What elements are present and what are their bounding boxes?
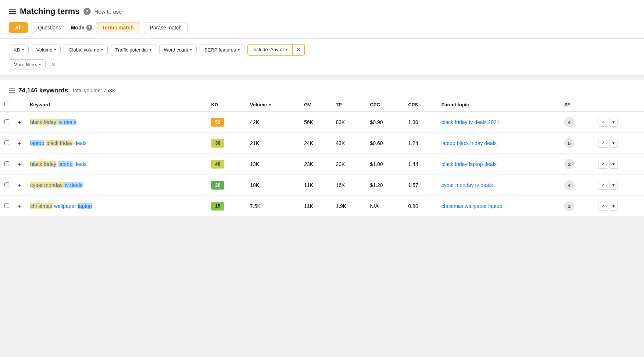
- sf-badge: 4: [564, 117, 575, 127]
- how-to-use-link[interactable]: How to use: [94, 8, 122, 15]
- row-checkbox-cell: [0, 196, 14, 217]
- include-filter-close-icon[interactable]: ✕: [292, 45, 304, 55]
- trend-button-0[interactable]: ✓: [598, 118, 608, 127]
- row-checkbox-4[interactable]: [4, 203, 9, 208]
- row-sf-cell: 4: [560, 112, 594, 133]
- row-tp-cell: 43K: [331, 133, 365, 154]
- row-keyword-cell: black friday tv deals: [25, 112, 207, 133]
- keyword-link-4[interactable]: christmas wallpaper laptop: [30, 203, 92, 209]
- keywords-table: Keyword KD Volume ▼ GV TP: [0, 98, 644, 217]
- row-actions-cell: ✓ ▾: [594, 154, 644, 175]
- traffic-potential-filter[interactable]: Traffic potential ▾: [111, 45, 156, 55]
- kd-badge: 28: [211, 181, 224, 190]
- row-add-cell[interactable]: +: [14, 133, 25, 154]
- row-sf-cell: 5: [560, 133, 594, 154]
- dropdown-button-2[interactable]: ▾: [609, 160, 618, 169]
- word-count-filter[interactable]: Word count ▾: [159, 45, 197, 55]
- row-checkbox-2[interactable]: [4, 161, 9, 166]
- dropdown-arrow-icon: ▾: [612, 120, 615, 125]
- row-tp-cell: 83K: [331, 112, 365, 133]
- serp-features-filter[interactable]: SERP features ▾: [200, 45, 244, 55]
- col-header-volume[interactable]: Volume ▼: [246, 98, 300, 112]
- summary-hamburger-icon[interactable]: [9, 88, 15, 93]
- keyword-highlight-blue: laptop: [58, 161, 73, 167]
- select-all-checkbox[interactable]: [4, 102, 9, 106]
- kd-filter[interactable]: KD ▾: [9, 45, 29, 55]
- table-row: +christmas wallpaper laptop157.5K11K1.9K…: [0, 196, 644, 217]
- keyword-highlight-blue: laptop: [78, 203, 92, 209]
- table-row: +black friday tv deals5242K56K83K$0.901.…: [0, 112, 644, 133]
- trend-button-4[interactable]: ✓: [598, 202, 608, 211]
- help-icon[interactable]: ?: [83, 8, 91, 15]
- row-cps-cell: 0.80: [404, 196, 437, 217]
- tab-phrase-match[interactable]: Phrase match: [144, 22, 188, 33]
- tab-questions[interactable]: Questions: [32, 22, 67, 33]
- trend-button-2[interactable]: ✓: [598, 160, 608, 169]
- word-count-arrow-icon: ▾: [190, 48, 192, 52]
- row-add-cell[interactable]: +: [14, 196, 25, 217]
- volume-sort-icon: ▼: [268, 103, 272, 107]
- keyword-link-2[interactable]: black friday laptop deals: [30, 161, 86, 167]
- row-kd-cell: 28: [207, 175, 246, 196]
- actions-group: ✓ ▾: [598, 139, 640, 148]
- row-cps-cell: 1.57: [404, 175, 437, 196]
- row-parent-topic-cell: christmas wallpaper laptop: [437, 196, 560, 217]
- table-header: Keyword KD Volume ▼ GV TP: [0, 98, 644, 112]
- sf-badge: 3: [564, 159, 575, 169]
- parent-topic-link-4[interactable]: christmas wallpaper laptop: [441, 203, 502, 209]
- col-header-gv: GV: [300, 98, 331, 112]
- row-checkbox-1[interactable]: [4, 140, 9, 145]
- row-add-cell[interactable]: +: [14, 154, 25, 175]
- trend-icon: ✓: [601, 120, 605, 125]
- keyword-highlight-blue: laptop: [30, 140, 44, 146]
- volume-filter[interactable]: Volume ▾: [32, 45, 61, 55]
- keyword-link-0[interactable]: black friday tv deals: [30, 119, 76, 125]
- tab-all[interactable]: All: [9, 22, 28, 33]
- dropdown-button-0[interactable]: ▾: [609, 118, 618, 127]
- more-filters-btn[interactable]: More filters ▾: [9, 59, 46, 70]
- hamburger-menu-icon[interactable]: [9, 9, 16, 14]
- row-kd-cell: 15: [207, 196, 246, 217]
- trend-icon: ✓: [601, 204, 605, 209]
- row-cpc-cell: N/A: [365, 196, 404, 217]
- mode-help-icon[interactable]: ?: [86, 25, 92, 31]
- row-checkbox-0[interactable]: [4, 119, 9, 124]
- dropdown-button-3[interactable]: ▾: [609, 181, 618, 190]
- row-cps-cell: 1.30: [404, 112, 437, 133]
- col-header-tp: TP: [331, 98, 365, 112]
- header-section: Matching terms ? How to use All Question…: [0, 0, 644, 39]
- parent-topic-link-2[interactable]: black friday laptop deals: [441, 161, 497, 167]
- clear-filters-icon[interactable]: ✕: [49, 60, 58, 69]
- keyword-highlight-blue: tv deals: [58, 119, 76, 125]
- row-checkbox-3[interactable]: [4, 182, 9, 187]
- row-gv-cell: 11K: [300, 196, 331, 217]
- row-kd-cell: 39: [207, 133, 246, 154]
- keywords-count: 74,146 keywords: [18, 87, 68, 94]
- dropdown-button-4[interactable]: ▾: [609, 202, 618, 211]
- keyword-link-1[interactable]: laptop black friday deals: [30, 140, 86, 146]
- kd-badge: 15: [211, 202, 224, 211]
- parent-topic-link-3[interactable]: cyber monday tv deals: [441, 182, 493, 188]
- row-add-cell[interactable]: +: [14, 112, 25, 133]
- parent-topic-link-0[interactable]: black friday tv deals 2021: [441, 119, 500, 125]
- global-volume-filter[interactable]: Global volume ▾: [64, 45, 107, 55]
- table-container: Keyword KD Volume ▼ GV TP: [0, 98, 644, 217]
- keyword-link-3[interactable]: cyber monday tv deals: [30, 182, 83, 188]
- parent-topic-link-1[interactable]: laptop black friday deals: [441, 140, 497, 146]
- row-actions-cell: ✓ ▾: [594, 175, 644, 196]
- keyword-highlight-yellow: christmas: [30, 203, 53, 209]
- tab-terms-match[interactable]: Terms match: [96, 22, 140, 33]
- kd-arrow-icon: ▾: [22, 48, 24, 52]
- trend-button-1[interactable]: ✓: [598, 139, 608, 148]
- include-filter-text[interactable]: Include: Any of 7: [248, 45, 292, 55]
- row-add-cell[interactable]: +: [14, 175, 25, 196]
- page-container: Matching terms ? How to use All Question…: [0, 0, 644, 357]
- row-volume-cell: 13K: [246, 154, 300, 175]
- dropdown-button-1[interactable]: ▾: [609, 139, 618, 148]
- col-header-cps: CPS: [404, 98, 437, 112]
- row-sf-cell: 3: [560, 196, 594, 217]
- trend-button-3[interactable]: ✓: [598, 181, 608, 190]
- row-kd-cell: 52: [207, 112, 246, 133]
- content-section: 74,146 keywords Total volume: 763K Keywo…: [0, 80, 644, 217]
- dropdown-arrow-icon: ▾: [612, 141, 615, 146]
